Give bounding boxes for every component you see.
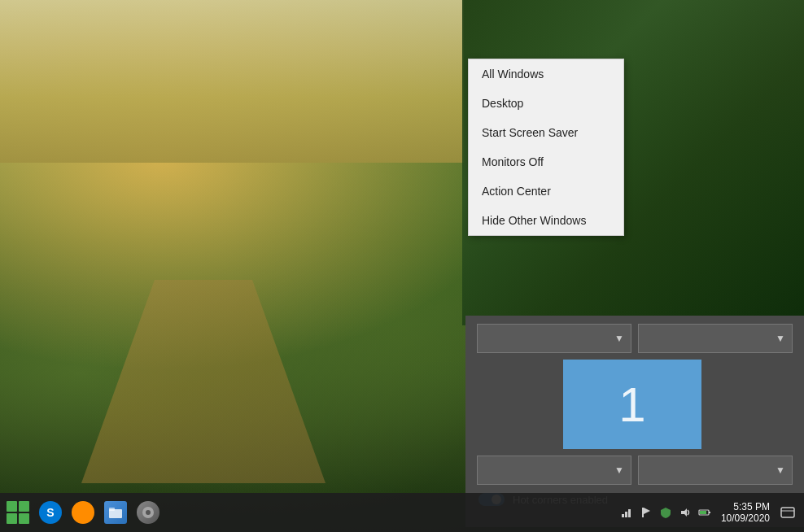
tray-network-icon[interactable] [618,504,635,521]
taskbar-left: S [0,498,166,527]
clock-time: 5:35 PM [733,501,770,512]
svg-marker-9 [681,508,687,517]
taskbar-icon-blue-s[interactable]: S [36,498,65,527]
menu-item-all-windows[interactable]: All Windows [469,59,623,89]
menu-item-desktop[interactable]: Desktop [469,89,623,118]
sky-area [0,0,464,163]
svg-rect-12 [709,512,710,513]
dropdown-left-top[interactable]: ▼ [477,324,631,353]
s-app-icon: S [39,501,62,524]
svg-rect-6 [628,509,631,517]
svg-rect-5 [625,512,627,517]
taskbar: S [0,493,804,532]
monitor-number: 1 [618,377,645,433]
orange-app-icon [72,501,94,524]
svg-rect-13 [781,508,794,517]
dropdown-right-top[interactable]: ▼ [638,324,793,353]
menu-item-action-center[interactable]: Action Center [469,177,623,206]
svg-point-3 [146,510,151,515]
chevron-down-icon: ▼ [614,333,624,344]
menu-item-start-screen-saver[interactable]: Start Screen Saver [469,118,623,147]
taskbar-icon-installer[interactable] [133,498,163,527]
tray-volume-icon[interactable] [677,504,693,521]
chevron-down-icon: ▼ [614,464,624,476]
dropdown-row-bottom: ▼ ▼ [465,456,804,485]
dropdown-row-top: ▼ ▼ [465,316,804,353]
folder-svg [108,505,123,520]
installer-icon [137,501,159,524]
notification-icon[interactable] [778,503,797,522]
dropdown-right-bottom[interactable]: ▼ [638,456,793,485]
menu-item-monitors-off[interactable]: Monitors Off [469,147,623,177]
svg-rect-7 [642,508,644,517]
clock-date: 10/09/2020 [721,512,770,524]
taskbar-icon-file-manager[interactable] [101,498,130,527]
taskbar-icon-orange[interactable] [68,498,98,527]
tray-shield-icon[interactable] [658,504,674,521]
file-manager-icon [104,501,127,524]
svg-rect-4 [622,514,624,517]
svg-rect-1 [109,508,115,511]
menu-item-hide-other-windows[interactable]: Hide Other Windows [469,206,623,235]
chevron-down-icon: ▼ [776,464,785,476]
tray-battery-icon[interactable] [697,504,713,521]
context-menu: All Windows Desktop Start Screen Saver M… [468,59,624,236]
clock-area[interactable]: 5:35 PM 10/09/2020 [718,501,773,524]
dropdown-left-bottom[interactable]: ▼ [477,456,631,485]
disk-svg [141,505,155,520]
tray-flag-icon[interactable] [638,504,654,521]
svg-rect-11 [700,511,706,514]
system-tray [618,504,713,521]
monitor-preview: 1 [563,360,701,449]
svg-marker-8 [644,508,650,514]
chevron-down-icon: ▼ [776,333,785,344]
taskbar-icon-green-grid[interactable] [3,498,33,527]
taskbar-right: 5:35 PM 10/09/2020 [612,501,804,524]
green-grid-icon [7,501,29,524]
